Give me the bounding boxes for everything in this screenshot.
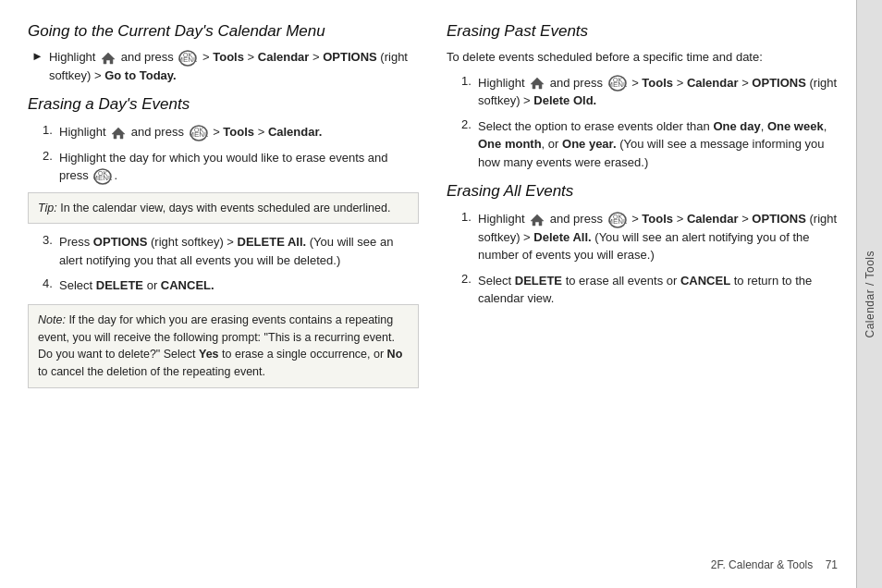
step-3: 3. Press OPTIONS (right softkey) > DELET… xyxy=(43,233,419,269)
all-step-1: 1. Highlight and press MENU xyxy=(461,210,838,264)
home-icon xyxy=(530,213,545,227)
past-events-steps: 1. Highlight and press MENU xyxy=(461,74,838,172)
footer-text: 2F. Calendar & Tools xyxy=(711,558,814,571)
page-number: 71 xyxy=(826,558,838,571)
step-text-2: Highlight the day for which you would li… xyxy=(59,149,419,185)
all-step-num-2: 2. xyxy=(461,272,478,286)
past-step-2: 2. Select the option to erase events old… xyxy=(461,117,838,172)
step-2: 2. Highlight the day for which you would… xyxy=(43,149,419,185)
home-icon xyxy=(530,76,545,91)
step-text-3: Press OPTIONS (right softkey) > DELETE A… xyxy=(59,233,419,269)
all-step-num-1: 1. xyxy=(461,210,478,224)
tip-text: In the calendar view, days with events s… xyxy=(60,202,390,214)
step-num-1: 1. xyxy=(43,123,59,137)
step-num-2: 2. xyxy=(43,149,59,163)
ok-icon: MENU OK xyxy=(178,50,197,67)
svg-text:OK: OK xyxy=(612,77,621,83)
svg-marker-0 xyxy=(102,53,115,64)
tip-box: Tip: In the calendar view, days with eve… xyxy=(28,192,419,225)
bullet-arrow: ► xyxy=(31,49,43,63)
svg-marker-4 xyxy=(112,128,125,139)
all-step-text-1: Highlight and press MENU OK xyxy=(478,210,838,264)
home-icon xyxy=(111,126,126,141)
note-text: If the day for which you are erasing eve… xyxy=(38,313,402,378)
sidebar-tab-label: Calendar / Tools xyxy=(864,251,876,338)
left-column: Going to the Current Day's Calendar Menu… xyxy=(28,22,419,570)
home-icon xyxy=(101,51,116,66)
steps-list-2: 3. Press OPTIONS (right softkey) > DELET… xyxy=(43,233,419,295)
past-step-text-2: Select the option to erase events older … xyxy=(478,117,838,172)
section-title-past: Erasing Past Events xyxy=(447,22,838,41)
step-num-3: 3. xyxy=(43,233,59,247)
section-going-to-current-day: Going to the Current Day's Calendar Menu… xyxy=(28,22,419,84)
past-events-intro: To delete events scheduled before a spec… xyxy=(447,48,838,67)
past-step-num-2: 2. xyxy=(461,117,478,131)
steps-list: 1. Highlight and press MENU xyxy=(43,123,419,185)
ok-icon: MENU OK xyxy=(608,75,627,92)
footer: 2F. Calendar & Tools 71 xyxy=(711,558,838,571)
step-4: 4. Select DELETE or CANCEL. xyxy=(43,276,419,295)
tip-label: Tip: xyxy=(38,202,57,214)
sidebar-tab: Calendar / Tools xyxy=(856,0,882,588)
section-title-all: Erasing All Events xyxy=(447,182,838,201)
section-erasing-past-events: Erasing Past Events To delete events sch… xyxy=(447,22,838,171)
svg-marker-15 xyxy=(531,214,544,226)
svg-text:OK: OK xyxy=(193,127,202,133)
step-1: 1. Highlight and press MENU xyxy=(43,123,419,141)
section-erasing-all-events: Erasing All Events 1. Highlight and pr xyxy=(447,182,838,308)
ok-icon: MENU OK xyxy=(190,125,208,141)
all-step-text-2: Select DELETE to erase all events or CAN… xyxy=(478,272,838,308)
step-text-4: Select DELETE or CANCEL. xyxy=(59,276,214,295)
section-erasing-days-events: Erasing a Day's Events 1. Highlight an xyxy=(28,95,419,388)
note-box: Note: If the day for which you are erasi… xyxy=(28,304,419,388)
section-title-going: Going to the Current Day's Calendar Menu xyxy=(28,22,419,41)
section-title-erasing-day: Erasing a Day's Events xyxy=(28,95,419,114)
all-step-2: 2. Select DELETE to erase all events or … xyxy=(461,272,838,308)
past-step-num-1: 1. xyxy=(461,74,478,88)
svg-text:OK: OK xyxy=(98,170,107,177)
past-step-text-1: Highlight and press MENU OK xyxy=(478,74,838,110)
step-text-1: Highlight and press MENU OK xyxy=(59,123,322,141)
bullet-item-highlight: ► Highlight and press MENU xyxy=(31,48,419,84)
svg-text:OK: OK xyxy=(612,214,621,220)
bullet-text: Highlight and press MENU OK xyxy=(49,48,419,84)
all-events-steps: 1. Highlight and press MENU xyxy=(461,210,838,308)
note-label: Note: xyxy=(38,313,66,326)
right-column: Erasing Past Events To delete events sch… xyxy=(447,22,838,570)
ok-icon-2: MENU OK xyxy=(93,168,112,185)
svg-marker-11 xyxy=(531,78,544,89)
ok-icon: MENU OK xyxy=(608,212,627,228)
svg-text:OK: OK xyxy=(183,52,192,58)
step-num-4: 4. xyxy=(43,276,59,290)
past-step-1: 1. Highlight and press MENU xyxy=(461,74,838,110)
